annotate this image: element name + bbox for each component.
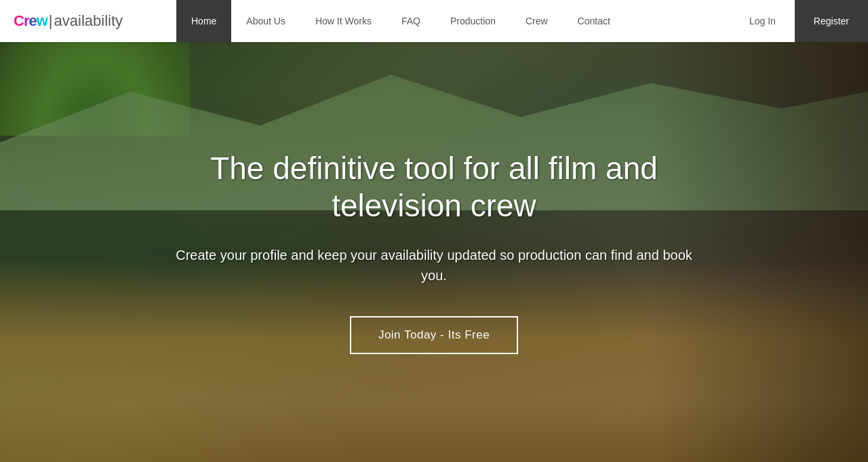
hero-content: The definitive tool for all film and tel… [142,108,726,354]
brand-letter-e: e [28,12,36,29]
brand-letter-c: C [14,12,24,29]
hero-subtitle: Create your profile and keep your availa… [170,245,698,286]
nav-menu: Home About Us How It Works FAQ Productio… [176,0,730,42]
navbar: Crew | availability Home About Us How It… [0,0,868,42]
nav-item-faq[interactable]: FAQ [387,0,435,42]
brand-crew-text: Crew [14,12,47,30]
navbar-right: Log In Register [730,0,868,42]
brand-availability-text: availability [54,12,123,30]
brand-logo[interactable]: Crew | availability [0,0,176,42]
nav-link-about[interactable]: About Us [231,0,300,42]
brand-divider: | [49,12,53,30]
nav-link-production[interactable]: Production [435,0,511,42]
nav-item-how-it-works[interactable]: How It Works [300,0,387,42]
nav-link-faq[interactable]: FAQ [387,0,435,42]
nav-link-home[interactable]: Home [176,0,231,42]
nav-item-production[interactable]: Production [435,0,511,42]
nav-item-crew[interactable]: Crew [511,0,563,42]
hero-section: The definitive tool for all film and tel… [0,0,868,462]
nav-link-contact[interactable]: Contact [563,0,625,42]
hero-title: The definitive tool for all film and tel… [170,150,698,225]
register-button[interactable]: Register [795,0,868,42]
nav-item-home[interactable]: Home [176,0,231,42]
join-button[interactable]: Join Today - Its Free [350,316,518,354]
nav-link-crew[interactable]: Crew [511,0,563,42]
nav-link-how-it-works[interactable]: How It Works [300,0,387,42]
nav-item-contact[interactable]: Contact [563,0,625,42]
nav-item-about[interactable]: About Us [231,0,300,42]
brand-letter-w: w [37,12,47,29]
login-button[interactable]: Log In [730,0,795,42]
